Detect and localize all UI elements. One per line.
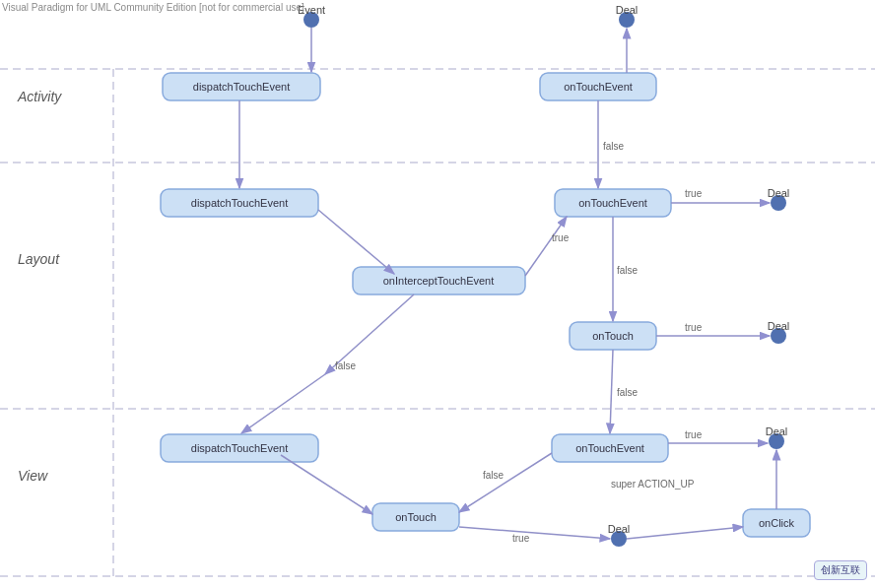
- ontouch3-label: onTouch: [592, 330, 634, 342]
- svg-line-19: [281, 455, 372, 514]
- lane-label-activity: Activity: [18, 89, 61, 104]
- watermark-bottom-right: 创新互联: [814, 560, 867, 580]
- true1-label: true: [552, 232, 570, 243]
- true5-label: true: [512, 533, 530, 544]
- deal2-label: Deal: [768, 187, 790, 199]
- uml-diagram: Event Deal dispatchTouchEvent onTouchEve…: [0, 0, 875, 588]
- onclick-label: onClick: [759, 517, 795, 529]
- super-action-up-label: super ACTION_UP: [611, 479, 695, 490]
- lane-label-view: View: [18, 468, 47, 484]
- false2-label: false: [603, 141, 625, 152]
- dispatch3-label: dispatchTouchEvent: [191, 442, 288, 454]
- svg-line-11: [525, 217, 567, 276]
- false4-label: false: [617, 387, 639, 398]
- diagram-container: Event Deal dispatchTouchEvent onTouchEve…: [0, 0, 875, 588]
- lane-label-layout: Layout: [18, 251, 59, 267]
- svg-line-20: [459, 453, 552, 512]
- deal3-label: Deal: [768, 320, 790, 332]
- true2-label: true: [685, 188, 703, 199]
- dispatch2-label: dispatchTouchEvent: [191, 197, 288, 209]
- svg-line-10: [318, 210, 394, 274]
- true3-label: true: [685, 322, 703, 333]
- dispatch1-label: dispatchTouchEvent: [193, 81, 290, 93]
- true4-label: true: [685, 429, 703, 440]
- svg-line-22: [459, 527, 610, 539]
- deal4-label: Deal: [766, 425, 788, 437]
- ontouch4-label: onTouchEvent: [575, 442, 644, 454]
- svg-line-18: [610, 350, 613, 433]
- deal5-label: Deal: [608, 523, 631, 535]
- ontouch5-label: onTouch: [395, 511, 437, 523]
- ontouch2-label: onTouchEvent: [578, 197, 647, 209]
- false3-label: false: [335, 360, 357, 371]
- ontouch1-label: onTouchEvent: [564, 81, 633, 93]
- watermark-top: Visual Paradigm for UML Community Editio…: [2, 2, 304, 13]
- false5-label: false: [483, 470, 505, 481]
- svg-line-24: [627, 527, 743, 539]
- deal1-label: Deal: [616, 4, 639, 16]
- intercept-label: onInterceptTouchEvent: [383, 275, 495, 287]
- svg-line-17: [241, 374, 325, 433]
- false1-label: false: [617, 265, 639, 276]
